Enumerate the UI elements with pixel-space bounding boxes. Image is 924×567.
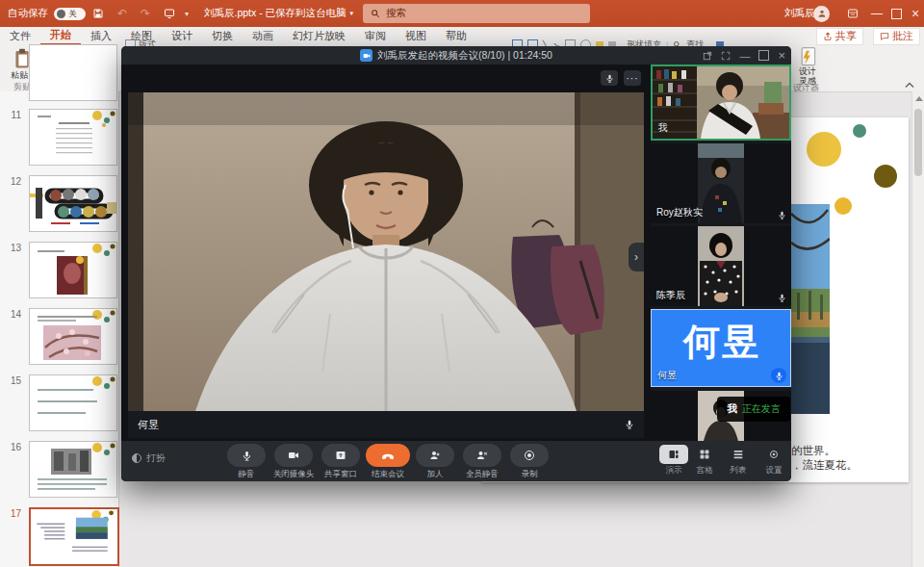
save-icon	[92, 8, 104, 19]
slide-number: 15	[4, 375, 21, 386]
scroll-up-icon[interactable]	[915, 96, 923, 101]
mute-all-label: 全员静音	[457, 469, 507, 480]
thumbnail-preview	[30, 110, 116, 165]
tab-view[interactable]: 视图	[396, 27, 436, 45]
restore-icon	[891, 9, 902, 19]
person-icon	[817, 9, 827, 18]
slide-number: 11	[4, 110, 21, 120]
slide-thumbnail[interactable]	[29, 441, 117, 498]
popout-icon[interactable]	[703, 51, 712, 61]
tab-home[interactable]: 开始	[40, 27, 81, 45]
slide-thumbnail[interactable]	[29, 242, 117, 298]
comments-button[interactable]: 批注	[873, 28, 920, 45]
panel-collapse-handle[interactable]: ›	[629, 243, 644, 271]
slide-deco-circle	[853, 124, 866, 138]
meeting-app-icon	[360, 49, 372, 62]
thumbnail-preview	[30, 243, 116, 297]
meeting-close-button[interactable]: ×	[778, 48, 785, 63]
mic-icon	[625, 420, 634, 429]
monitor-icon	[164, 8, 175, 19]
tab-help[interactable]: 帮助	[436, 27, 476, 45]
view-list-button[interactable]: 列表	[722, 445, 755, 477]
ribbon-display-icon	[847, 8, 859, 19]
account-name[interactable]: 刘禹辰	[784, 0, 815, 27]
share-button[interactable]: 共享	[816, 28, 863, 45]
minimize-button[interactable]: —	[866, 0, 887, 27]
meeting-titlebar[interactable]: 刘禹辰发起的视频会议(8/10) | 01:24:50	[121, 46, 791, 64]
beauty-button[interactable]: 打扮	[131, 451, 166, 465]
tab-animations[interactable]: 动画	[243, 27, 283, 45]
active-mic-badge	[771, 368, 786, 383]
participant-tile[interactable]: Roy赵秋实	[651, 143, 791, 223]
save-button[interactable]	[92, 0, 104, 27]
grid-view-icon	[699, 449, 710, 460]
participant-tile-active[interactable]: 何昱 何昱	[651, 309, 791, 387]
participant-name: 何昱	[657, 369, 677, 382]
redo-icon: ↷	[141, 7, 150, 20]
tab-file[interactable]: 文件	[0, 27, 40, 45]
slide-thumbnail-panel[interactable]: 11 12 13	[0, 91, 119, 567]
qat-more-caret[interactable]: ▾	[185, 0, 189, 27]
search-placeholder: 搜索	[386, 7, 406, 20]
participant-tile-self[interactable]: 我	[651, 64, 791, 141]
tab-review[interactable]: 审阅	[355, 27, 396, 45]
settings-button[interactable]: 设置	[757, 445, 790, 477]
ribbon-display-options-button[interactable]	[847, 0, 859, 27]
stage-mic-button[interactable]	[601, 70, 618, 86]
record-button[interactable]: 录制	[504, 444, 554, 480]
view-grid-button[interactable]: 宫格	[688, 445, 721, 477]
mute-button[interactable]: 静音	[221, 444, 271, 480]
camera-off-button[interactable]: 关闭摄像头	[269, 444, 319, 480]
speaking-status: 正在发言	[742, 402, 781, 416]
meeting-maximize-button[interactable]	[758, 50, 769, 61]
search-input[interactable]: 搜索	[363, 4, 590, 23]
mic-icon	[242, 451, 252, 461]
speaker-view-icon	[668, 449, 680, 460]
close-button[interactable]: ×	[905, 0, 924, 27]
title-caret-icon[interactable]: ▾	[350, 10, 354, 17]
participant-tile[interactable]: 陈季辰	[651, 226, 791, 306]
undo-button[interactable]: ↶	[117, 0, 127, 27]
slide-thumbnail[interactable]	[29, 308, 117, 365]
vertical-scrollbar[interactable]	[911, 91, 924, 567]
participant-name: Roy赵秋实	[656, 206, 703, 219]
slide-number: 16	[4, 442, 21, 452]
mic-icon	[605, 74, 614, 83]
mute-all-button[interactable]: 全员静音	[457, 444, 507, 480]
beauty-label: 打扮	[146, 451, 166, 465]
restore-button[interactable]	[886, 0, 907, 27]
tab-slideshow[interactable]: 幻灯片放映	[283, 27, 355, 45]
meeting-minimize-button[interactable]: —	[739, 50, 750, 62]
autosave-toggle[interactable]: 关	[54, 8, 86, 20]
comment-icon	[880, 32, 889, 41]
slide-thumbnail[interactable]	[29, 109, 117, 166]
slide-thumbnail-partial[interactable]	[29, 44, 117, 101]
main-video-scene	[128, 92, 644, 411]
scrollbar-thumb[interactable]	[914, 109, 922, 176]
redo-button[interactable]: ↷	[141, 0, 150, 27]
list-view-icon	[732, 449, 744, 460]
tab-transitions[interactable]: 切换	[202, 27, 243, 45]
main-video-feed	[128, 92, 644, 411]
autosave-control[interactable]: 自动保存 关	[8, 0, 86, 27]
designer-group-label: 设计器	[793, 82, 819, 94]
presenter-button[interactable]	[164, 0, 175, 27]
add-person-button[interactable]: 加人	[410, 444, 460, 480]
thumbnail-preview	[30, 309, 116, 364]
fullscreen-icon[interactable]	[721, 51, 731, 61]
view-presenter-button[interactable]: 演示	[657, 445, 690, 477]
account-avatar[interactable]	[813, 0, 830, 27]
participant-panel: 我 Roy赵秋实	[651, 64, 791, 441]
collapse-ribbon-icon[interactable]	[905, 82, 914, 89]
share-window-button[interactable]: 共享窗口	[316, 444, 366, 480]
end-meeting-button[interactable]: 结束会议	[363, 444, 413, 480]
tab-design[interactable]: 设计	[162, 27, 202, 45]
tab-insert[interactable]: 插入	[81, 27, 121, 45]
slide-thumbnail[interactable]	[29, 175, 117, 232]
slide-thumbnail[interactable]	[29, 374, 117, 431]
self-video-scene	[653, 66, 789, 139]
stage-more-button[interactable]: ···	[624, 70, 641, 86]
meeting-title: 刘禹辰发起的视频会议(8/10) | 01:24:50	[377, 49, 552, 63]
slide-thumbnail-selected[interactable]	[29, 507, 119, 566]
designer-button[interactable]: 设计 灵感	[791, 46, 824, 87]
